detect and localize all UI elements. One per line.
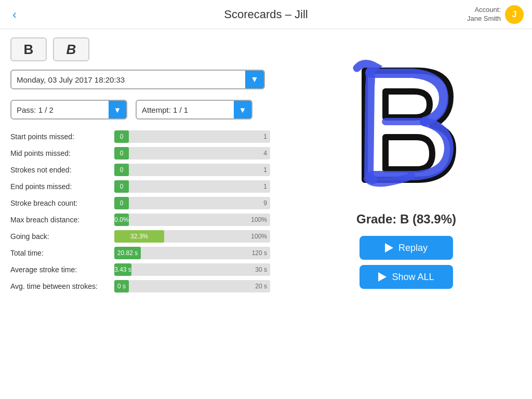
metric-row: End points missed:01 <box>10 180 270 193</box>
grade-button-group: B B <box>10 37 270 61</box>
left-panel: B B Monday, 03 July 2017 18:20:33 ▼ Pass… <box>0 29 281 399</box>
metric-bar-container: 09 <box>114 197 270 209</box>
metric-row: Stroke breach count:09 <box>10 196 270 210</box>
avatar: J <box>505 5 524 24</box>
metric-bar-container: 3.43 s30 s <box>114 263 270 276</box>
metric-label: Total time: <box>10 249 114 257</box>
show-all-button[interactable]: Show ALL <box>360 265 453 289</box>
date-dropdown[interactable]: Monday, 03 July 2017 18:20:33 ▼ <box>10 70 265 89</box>
show-all-play-icon <box>378 272 387 282</box>
metric-label: Going back: <box>10 232 114 241</box>
metric-row: Mid points missed:04 <box>10 147 270 160</box>
attempt-dropdown[interactable]: Attempt: 1 / 1 ▼ <box>136 100 252 119</box>
metric-bar-fill: 32.3% <box>114 230 164 243</box>
metric-bar-max: 100% <box>251 233 267 240</box>
metric-label: Avg. time between strokes: <box>10 282 114 290</box>
grade-button-b[interactable]: B <box>10 37 47 61</box>
metric-bar-fill: 3.43 s <box>114 263 131 276</box>
metric-bar-max: 1 <box>263 183 267 190</box>
metric-bar-max: 9 <box>263 200 267 207</box>
metric-row: Going back:32.3%100% <box>10 230 270 243</box>
show-all-label: Show ALL <box>392 272 434 283</box>
metric-bar-container: 0.0%100% <box>114 214 270 226</box>
header: ‹ Scorecards – Jill Account: Jane Smith … <box>0 0 532 29</box>
metric-bar-container: 0 s20 s <box>114 280 270 292</box>
metric-bar-container: 04 <box>114 147 270 159</box>
metric-bar-max: 4 <box>263 150 267 157</box>
metric-bar-max: 20 s <box>255 283 267 290</box>
metric-bar-container: 20.82 s120 s <box>114 247 270 259</box>
metric-bar-fill: 0 <box>114 130 129 143</box>
metric-bar-fill: 0 s <box>114 280 129 292</box>
replay-button[interactable]: Replay <box>360 236 453 260</box>
account-info: Account: Jane Smith J <box>467 5 524 24</box>
metric-bar-max: 1 <box>263 166 267 174</box>
attempt-dropdown-arrow: ▼ <box>234 101 251 118</box>
metric-bar-fill: 0.0% <box>114 214 129 226</box>
metric-bar-container: 32.3%100% <box>114 230 270 243</box>
metric-label: Average stroke time: <box>10 265 114 274</box>
metric-bar-fill: 0 <box>114 147 129 159</box>
date-dropdown-value: Monday, 03 July 2017 18:20:33 <box>11 75 245 84</box>
date-dropdown-arrow: ▼ <box>245 71 264 88</box>
right-panel: Grade: B (83.9%) Replay Show ALL <box>281 29 532 399</box>
metric-bar-container: 01 <box>114 180 270 193</box>
metric-label: Start points missed: <box>10 132 114 141</box>
metric-label: Mid points missed: <box>10 149 114 157</box>
metric-row: Total time:20.82 s120 s <box>10 246 270 260</box>
metric-row: Start points missed:01 <box>10 130 270 143</box>
metric-bar-fill: 20.82 s <box>114 247 141 259</box>
metric-bar-fill: 0 <box>114 180 129 193</box>
grade-display: Grade: B (83.9%) <box>356 212 456 227</box>
pass-dropdown[interactable]: Pass: 1 / 2 ▼ <box>10 100 127 119</box>
metric-label: Strokes not ended: <box>10 166 114 174</box>
grade-button-b-italic[interactable]: B <box>53 37 89 61</box>
pass-dropdown-arrow: ▼ <box>109 101 126 118</box>
metric-bar-fill: 0 <box>114 197 129 209</box>
metric-bar-max: 30 s <box>255 266 267 273</box>
metric-row: Avg. time between strokes:0 s20 s <box>10 280 270 293</box>
metric-label: Max breach distance: <box>10 216 114 224</box>
metric-row: Strokes not ended:01 <box>10 163 270 177</box>
account-label: Account: <box>474 6 501 14</box>
metrics-table: Start points missed:01Mid points missed:… <box>10 130 270 293</box>
metric-label: Stroke breach count: <box>10 199 114 207</box>
back-button[interactable]: ‹ <box>8 5 21 24</box>
page-title: Scorecards – Jill <box>224 8 308 21</box>
metric-bar-max: 100% <box>251 216 267 223</box>
metric-row: Average stroke time:3.43 s30 s <box>10 263 270 276</box>
main-content: B B Monday, 03 July 2017 18:20:33 ▼ Pass… <box>0 29 532 399</box>
metric-bar-fill: 0 <box>114 164 129 176</box>
metric-bar-max: 120 s <box>252 249 267 257</box>
metric-bar-container: 01 <box>114 130 270 143</box>
metric-row: Max breach distance:0.0%100% <box>10 213 270 227</box>
letter-svg <box>328 45 484 201</box>
attempt-dropdown-label: Attempt: 1 / 1 <box>137 105 234 114</box>
metric-bar-max: 1 <box>263 133 267 140</box>
replay-label: Replay <box>398 243 428 254</box>
pass-dropdown-label: Pass: 1 / 2 <box>11 105 109 114</box>
letter-canvas <box>323 39 489 206</box>
pass-attempt-row: Pass: 1 / 2 ▼ Attempt: 1 / 1 ▼ <box>10 100 270 119</box>
metric-bar-container: 01 <box>114 164 270 176</box>
replay-play-icon <box>385 243 393 252</box>
account-text: Account: Jane Smith <box>467 6 501 23</box>
account-name: Jane Smith <box>467 15 501 22</box>
metric-label: End points missed: <box>10 182 114 191</box>
